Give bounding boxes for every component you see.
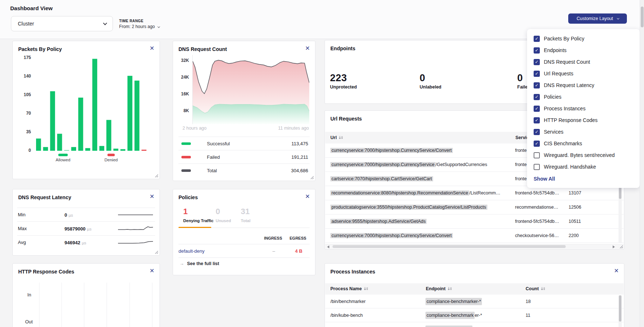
scroll-right-arrow-icon[interactable] <box>613 245 615 248</box>
checkbox-unchecked-icon[interactable] <box>534 152 540 158</box>
sort-icon <box>339 135 343 141</box>
column-header-count[interactable]: Count <box>526 286 545 292</box>
checkbox-checked-icon[interactable]: ✓ <box>534 36 540 42</box>
page-scrollbar[interactable] <box>640 0 644 327</box>
bar-allowed <box>71 147 76 151</box>
legend-row: Failed191,211 <box>178 150 310 164</box>
latency-value-wrap: 946942µs <box>64 239 86 246</box>
column-header-url[interactable]: Url <box>330 135 343 141</box>
checkbox-checked-icon[interactable]: ✓ <box>534 94 540 100</box>
table-row[interactable]: currencyservice:7000/hipstershop.Currenc… <box>325 229 624 243</box>
time-range-from[interactable]: From: 2 hours ago <box>119 24 159 29</box>
checkbox-checked-icon[interactable]: ✓ <box>534 82 540 88</box>
close-icon[interactable]: ✕ <box>614 268 619 274</box>
endpoint-stat: 0Unlabeled <box>420 72 441 90</box>
latency-sparkline <box>118 239 154 247</box>
table-row[interactable]: /bin/benchmarkercompliance-benchmarker-*… <box>325 295 624 308</box>
sort-icon <box>541 287 545 292</box>
dns-area-chart <box>193 55 309 124</box>
menu-item-label: Wireguard. Bytes sent/received <box>544 152 615 158</box>
legend-label: Allowed <box>56 158 70 162</box>
table-horizontal-scrollbar[interactable] <box>325 244 624 249</box>
column-header-endpoint[interactable]: Endpoint <box>426 286 452 292</box>
card-title: DNS Request Latency <box>18 194 71 200</box>
column-header-process-name[interactable]: Process Name <box>330 286 368 292</box>
menu-item[interactable]: ✓DNS Request Count <box>534 56 640 68</box>
menu-item[interactable]: ✓Policies <box>534 91 640 103</box>
resize-handle-icon[interactable] <box>620 245 623 248</box>
endpoint-cell: compliance-benchmarker-* <box>425 299 482 304</box>
stat-label: Unprotected <box>330 84 357 90</box>
policy-stat-active[interactable]: 1Denying Traffic <box>183 207 213 223</box>
table-row[interactable]: productcatalogservice:3550/hipstershop.P… <box>325 200 624 214</box>
menu-item[interactable]: ✓Packets By Policy <box>534 33 640 44</box>
menu-item[interactable]: ✓HTTP Response Codes <box>534 114 640 126</box>
legend-row: Total304,686 <box>178 164 310 177</box>
checkbox-unchecked-icon[interactable] <box>534 164 540 170</box>
close-icon[interactable]: ✕ <box>150 268 154 274</box>
menu-item[interactable]: ✓Url Requests <box>534 68 640 79</box>
legend-swatch-icon <box>181 156 191 158</box>
y-tick-label: 105 <box>19 92 31 97</box>
menu-item[interactable]: ✓Process Instances <box>534 103 640 114</box>
allowed-swatch-icon <box>58 154 68 156</box>
menu-item[interactable]: ✓DNS Request Latency <box>534 79 640 91</box>
menu-item[interactable]: ✓Endpoints <box>534 44 640 56</box>
checkbox-checked-icon[interactable]: ✓ <box>534 71 540 77</box>
see-full-list-link[interactable]: →See the full list <box>180 261 219 266</box>
stat-label: Total <box>241 218 251 223</box>
checkbox-checked-icon[interactable]: ✓ <box>534 106 540 112</box>
legend-label: Successful <box>207 141 230 146</box>
close-icon[interactable]: ✕ <box>150 194 154 200</box>
table-row[interactable]: benchmarkercompliance-benchmarker-*9 <box>325 322 624 327</box>
customize-layout-button[interactable]: Customize Layout <box>568 13 627 24</box>
url-highlight: recommendationservice:8080/hipstershop.R… <box>330 190 469 196</box>
menu-item[interactable]: ✓Services <box>534 126 640 138</box>
http-response-codes-card: HTTP Response Codes ✕ In Out <box>12 263 160 327</box>
count-cell: 11 <box>526 313 530 318</box>
legend-item: Denied <box>99 154 123 162</box>
url-cell: productcatalogservice:3550/hipstershop.P… <box>330 205 513 210</box>
close-icon[interactable]: ✕ <box>150 46 154 51</box>
bar-allowed <box>36 138 41 151</box>
menu-item[interactable]: ✓CIS Benchmarks <box>534 138 640 149</box>
close-icon[interactable]: ✕ <box>305 46 310 51</box>
legend-value: 113,475 <box>291 141 308 146</box>
close-icon[interactable]: ✕ <box>305 194 310 200</box>
table-row[interactable]: recommendationservice:8080/hipstershop.R… <box>325 186 624 200</box>
latency-label: Min <box>17 212 64 217</box>
checkbox-checked-icon[interactable]: ✓ <box>534 47 540 54</box>
checkbox-checked-icon[interactable]: ✓ <box>534 59 540 65</box>
resize-handle-icon[interactable] <box>310 176 314 179</box>
latency-label: Avg <box>17 240 64 245</box>
menu-item[interactable]: Wireguard. Handshake <box>534 161 640 173</box>
endpoint-stat: 223Unprotected <box>330 72 357 90</box>
view-selector[interactable]: Cluster <box>11 16 113 31</box>
menu-item[interactable]: Wireguard. Bytes sent/received <box>534 149 640 161</box>
checkbox-checked-icon[interactable]: ✓ <box>534 129 540 135</box>
policy-stat[interactable]: 31Total <box>241 207 251 223</box>
bar-allowed <box>99 146 105 151</box>
resize-handle-icon[interactable] <box>155 251 158 254</box>
table-row[interactable]: adservice:9555/hipstershop.AdService/Get… <box>325 214 624 229</box>
menu-item-label: Process Instances <box>544 106 585 111</box>
count-cell: 18 <box>526 299 531 304</box>
card-title: HTTP Response Codes <box>18 269 74 275</box>
table-vertical-scrollbar[interactable] <box>619 295 622 327</box>
row-label-in: In <box>27 292 31 298</box>
url-rest: /GetSupportedCurrencies <box>436 162 487 167</box>
dns-request-count-card: DNS Request Count ✕ 32K24K16K8K 2 hours … <box>173 41 315 181</box>
page-scrollbar-thumb[interactable] <box>641 7 644 27</box>
policy-name-link[interactable]: default-deny <box>178 248 205 254</box>
resize-handle-icon[interactable] <box>155 174 158 177</box>
scroll-left-arrow-icon[interactable] <box>327 245 329 248</box>
checkbox-checked-icon[interactable]: ✓ <box>534 117 540 123</box>
table-row[interactable]: /bin/kube-benchcompliance-benchmarker-*1… <box>325 308 624 322</box>
checkbox-checked-icon[interactable]: ✓ <box>534 141 540 147</box>
bar-allowed <box>57 134 62 151</box>
show-all-link[interactable]: Show All <box>534 176 640 182</box>
chart-legend: Successful113,475Failed191,211Total304,6… <box>178 137 310 177</box>
policy-stat[interactable]: 0Unused <box>216 207 231 223</box>
menu-item-label: Services <box>544 129 564 135</box>
latency-value: 95879000 <box>64 226 86 232</box>
